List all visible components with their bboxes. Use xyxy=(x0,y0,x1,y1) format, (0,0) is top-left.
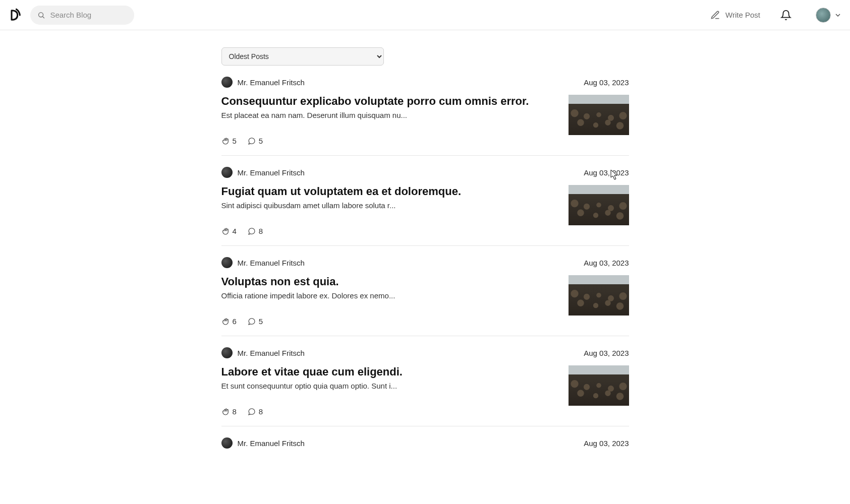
post-item: Mr. Emanuel Fritsch Aug 03, 2023 Volupta… xyxy=(221,246,629,336)
author-avatar xyxy=(221,347,233,358)
comment-icon xyxy=(248,137,256,145)
post-item: Mr. Emanuel Fritsch Aug 03, 2023 Fugiat … xyxy=(221,156,629,246)
comment-icon xyxy=(248,408,256,416)
post-title[interactable]: Labore et vitae quae cum eligendi. xyxy=(221,365,556,379)
comment-count: 8 xyxy=(259,407,263,416)
post-title[interactable]: Voluptas non est quia. xyxy=(221,275,556,288)
post-date: Aug 03, 2023 xyxy=(584,168,629,177)
post-thumbnail[interactable] xyxy=(569,95,629,135)
post-item: Mr. Emanuel Fritsch Aug 03, 2023 Labore … xyxy=(221,336,629,426)
author-avatar xyxy=(221,437,233,449)
write-post-label: Write Post xyxy=(725,11,760,19)
author-avatar xyxy=(221,77,233,88)
comment-button[interactable]: 8 xyxy=(248,227,263,235)
clap-count: 6 xyxy=(233,317,237,326)
clap-button[interactable]: 5 xyxy=(221,137,237,145)
author-name: Mr. Emanuel Fritsch xyxy=(238,349,305,357)
search-icon xyxy=(37,11,45,20)
clap-button[interactable]: 4 xyxy=(221,227,237,235)
post-excerpt: Et sunt consequuntur optio quia quam opt… xyxy=(221,382,556,390)
comment-button[interactable]: 5 xyxy=(248,137,263,145)
comment-count: 5 xyxy=(259,317,263,326)
post-date: Aug 03, 2023 xyxy=(584,259,629,267)
post-date: Aug 03, 2023 xyxy=(584,439,629,448)
post-item: Mr. Emanuel Fritsch Aug 03, 2023 Consequ… xyxy=(221,66,629,156)
author-avatar xyxy=(221,167,233,178)
comment-button[interactable]: 5 xyxy=(248,317,263,326)
post-title[interactable]: Consequuntur explicabo voluptate porro c… xyxy=(221,95,556,108)
clap-count: 5 xyxy=(233,137,237,145)
author-name: Mr. Emanuel Fritsch xyxy=(238,259,305,267)
user-menu[interactable] xyxy=(816,8,842,23)
clap-count: 8 xyxy=(233,407,237,416)
sort-select[interactable]: Oldest Posts xyxy=(221,47,384,66)
main-content: Oldest Posts Mr. Emanuel Fritsch Aug 03,… xyxy=(221,30,629,486)
author-name: Mr. Emanuel Fritsch xyxy=(238,168,305,177)
post-date: Aug 03, 2023 xyxy=(584,349,629,357)
comment-button[interactable]: 8 xyxy=(248,407,263,416)
post-excerpt: Officia ratione impedit labore ex. Dolor… xyxy=(221,291,556,300)
svg-line-1 xyxy=(43,16,44,18)
clap-icon xyxy=(221,137,230,145)
post-author[interactable]: Mr. Emanuel Fritsch xyxy=(221,77,305,88)
post-author[interactable]: Mr. Emanuel Fritsch xyxy=(221,347,305,358)
post-thumbnail[interactable] xyxy=(569,365,629,406)
write-post-button[interactable]: Write Post xyxy=(710,10,760,20)
post-thumbnail[interactable] xyxy=(569,275,629,316)
comment-count: 5 xyxy=(259,137,263,145)
post-excerpt: Sint adipisci quibusdam amet ullam labor… xyxy=(221,201,556,210)
post-thumbnail[interactable] xyxy=(569,185,629,225)
logo[interactable] xyxy=(8,8,22,22)
author-name: Mr. Emanuel Fritsch xyxy=(238,439,305,448)
clap-count: 4 xyxy=(233,227,237,235)
search-input[interactable] xyxy=(50,11,127,19)
clap-button[interactable]: 6 xyxy=(221,317,237,326)
user-avatar xyxy=(816,8,831,23)
author-name: Mr. Emanuel Fritsch xyxy=(238,78,305,87)
post-excerpt: Est placeat ea nam nam. Deserunt illum q… xyxy=(221,111,556,119)
search-field[interactable] xyxy=(30,6,134,25)
clap-button[interactable]: 8 xyxy=(221,407,237,416)
clap-icon xyxy=(221,408,230,416)
write-icon xyxy=(710,10,720,20)
header: Write Post xyxy=(0,0,850,30)
post-author[interactable]: Mr. Emanuel Fritsch xyxy=(221,167,305,178)
post-date: Aug 03, 2023 xyxy=(584,78,629,87)
chevron-down-icon xyxy=(834,11,842,19)
post-item: Mr. Emanuel Fritsch Aug 03, 2023 xyxy=(221,426,629,466)
clap-icon xyxy=(221,227,230,235)
comment-icon xyxy=(248,318,256,326)
post-title[interactable]: Fugiat quam ut voluptatem ea et doloremq… xyxy=(221,185,556,198)
clap-icon xyxy=(221,318,230,326)
post-author[interactable]: Mr. Emanuel Fritsch xyxy=(221,437,305,449)
post-author[interactable]: Mr. Emanuel Fritsch xyxy=(221,257,305,268)
comment-count: 8 xyxy=(259,227,263,235)
comment-icon xyxy=(248,227,256,235)
author-avatar xyxy=(221,257,233,268)
notifications-icon[interactable] xyxy=(780,10,791,21)
